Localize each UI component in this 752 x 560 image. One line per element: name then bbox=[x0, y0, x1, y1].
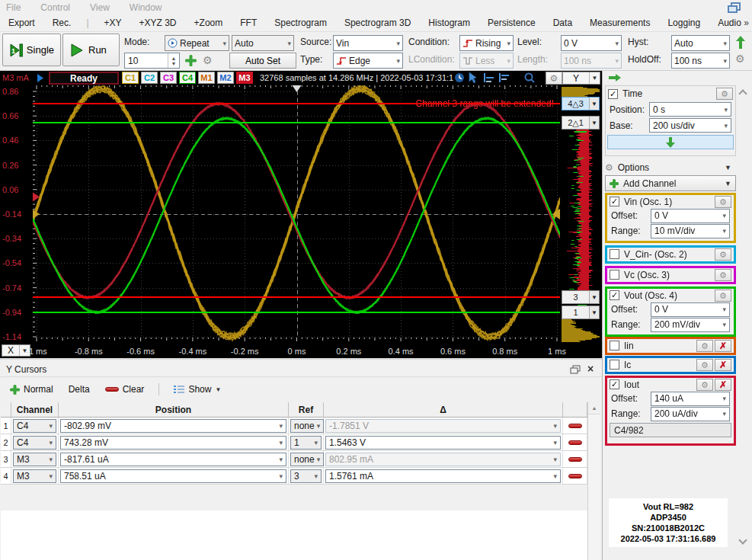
channel-range-select[interactable]: 200 uA/div▾ bbox=[651, 407, 730, 421]
tab-export[interactable]: Export bbox=[6, 16, 37, 30]
holdoff-select[interactable]: 100 ns▾ bbox=[671, 53, 730, 69]
single-button[interactable]: 1 Single bbox=[2, 34, 61, 66]
tab-audio[interactable]: Audio bbox=[715, 16, 744, 30]
close-panel-icon[interactable]: × bbox=[587, 363, 594, 375]
tab-persistence[interactable]: Persistence bbox=[485, 16, 538, 30]
channel-badge-m1[interactable]: M1 bbox=[198, 72, 215, 84]
scroll-up-icon[interactable]: ▲ bbox=[588, 402, 600, 414]
mode-select[interactable]: Repeat▾ bbox=[165, 35, 229, 51]
channel-badge-c1[interactable]: C1 bbox=[122, 72, 139, 84]
channel-checkbox[interactable] bbox=[610, 270, 619, 280]
channel-gear-button[interactable]: ⚙ bbox=[696, 379, 713, 391]
tab-spectrogram[interactable]: Spectrogram bbox=[272, 16, 329, 30]
channel-offset-select[interactable]: 0 V▾ bbox=[651, 302, 730, 317]
tab-data[interactable]: Data bbox=[551, 16, 574, 30]
cursor-position-input[interactable]: 743.28 mV▾ bbox=[60, 436, 286, 450]
channel-delete-button[interactable]: ✗ bbox=[715, 379, 731, 391]
add-channel-button[interactable]: Add Channel ▼ bbox=[605, 175, 736, 191]
channel-gear-button[interactable]: ⚙ bbox=[715, 269, 731, 281]
channel-badge-c3[interactable]: C3 bbox=[160, 72, 177, 84]
channel-badge-m3[interactable]: M3 bbox=[236, 72, 253, 84]
float-panel-icon[interactable] bbox=[570, 365, 581, 374]
channel-gear-button[interactable]: ⚙ bbox=[696, 340, 713, 352]
trigger-source-select[interactable]: Vin▾ bbox=[333, 35, 403, 51]
channel-badge-c2[interactable]: C2 bbox=[141, 72, 158, 84]
repeat-count-spinner[interactable]: 10 ▲▼ bbox=[124, 53, 180, 69]
waveform-canvas[interactable] bbox=[33, 85, 560, 344]
add-normal-cursor-button[interactable]: Normal bbox=[5, 382, 59, 397]
cursor-position-input[interactable]: 758.51 uA▾ bbox=[60, 469, 286, 483]
cursor-channel-select[interactable]: C4▾ bbox=[13, 419, 56, 433]
cursor-handle-4-3[interactable]: 4△3▼ bbox=[562, 97, 600, 110]
tab-overflow-chevron[interactable]: » bbox=[744, 18, 749, 28]
y-axis-mode-button[interactable]: Y ▼ bbox=[562, 72, 600, 85]
options-header[interactable]: ⚙ Options ▼ bbox=[605, 160, 736, 175]
cursor-ref-select[interactable]: 3▾ bbox=[290, 469, 322, 483]
cursor-position-input[interactable]: -802.99 mV▾ bbox=[60, 419, 286, 433]
channel-gear-button[interactable]: ⚙ bbox=[715, 248, 731, 261]
cursor-handle-1[interactable]: 1▼ bbox=[562, 306, 600, 319]
table-scrollbar[interactable]: ▲ bbox=[587, 402, 600, 560]
scroll-up-icon[interactable] bbox=[738, 89, 747, 98]
remove-cursor-button[interactable] bbox=[568, 440, 582, 445]
cursor-channel-select[interactable]: M3▾ bbox=[13, 453, 56, 466]
tab-measurements[interactable]: Measurements bbox=[587, 16, 652, 30]
menu-item-window[interactable]: Window bbox=[130, 2, 162, 13]
channel-offset-select[interactable]: 0 V▾ bbox=[651, 209, 730, 223]
cursor-delta-input[interactable]: 1.5463 V▾ bbox=[325, 436, 561, 450]
hyst-select[interactable]: Auto▾ bbox=[671, 35, 730, 51]
channel-offset-select[interactable]: 140 uA▾ bbox=[651, 392, 730, 406]
add-icon[interactable] bbox=[185, 55, 197, 66]
cursor-delta-input[interactable]: 1.5761 mA▾ bbox=[325, 469, 561, 483]
channel-checkbox[interactable] bbox=[610, 249, 619, 259]
restore-window-icon[interactable] bbox=[728, 2, 741, 13]
cursor-vertical-icon[interactable] bbox=[498, 72, 510, 83]
tab-rec-[interactable]: Rec. bbox=[50, 16, 74, 30]
tab--xyz-3d[interactable]: +XYZ 3D bbox=[137, 16, 179, 30]
cursor-ref-select[interactable]: none▾ bbox=[290, 419, 324, 433]
remove-cursor-button[interactable] bbox=[568, 474, 582, 478]
channel-gear-button[interactable]: ⚙ bbox=[696, 359, 713, 371]
chevron-down-icon[interactable]: ▼ bbox=[589, 291, 599, 303]
trigger-gear-icon[interactable]: ⚙ bbox=[735, 53, 745, 64]
menu-item-file[interactable]: File bbox=[6, 2, 21, 13]
clear-cursors-button[interactable]: Clear bbox=[100, 382, 150, 397]
time-gear-button[interactable]: ⚙ bbox=[716, 88, 733, 100]
zoom-time-icon[interactable] bbox=[454, 72, 465, 83]
cursor-position-input[interactable]: -817.61 uA▾ bbox=[60, 453, 286, 466]
channel-custom-function-field[interactable]: C4/982 bbox=[610, 423, 731, 437]
channel-gear-button[interactable]: ⚙ bbox=[715, 290, 731, 302]
autoset-button[interactable]: Auto Set bbox=[229, 53, 296, 69]
tab-fft[interactable]: FFT bbox=[238, 16, 259, 30]
cursor-horizontal-icon[interactable] bbox=[483, 72, 494, 83]
run-button[interactable]: Run bbox=[62, 34, 120, 66]
level-select[interactable]: 0 V▾ bbox=[561, 35, 622, 51]
chevron-down-icon[interactable]: ▼ bbox=[589, 117, 599, 129]
cursor-handle-3[interactable]: 3▼ bbox=[562, 290, 600, 304]
chevron-down-icon[interactable]: ▼ bbox=[589, 98, 599, 110]
channel-checkbox[interactable] bbox=[610, 360, 619, 370]
tab--xy[interactable]: +XY bbox=[102, 16, 124, 30]
channel-range-select[interactable]: 10 mV/div▾ bbox=[651, 224, 730, 238]
menu-item-view[interactable]: View bbox=[90, 2, 110, 13]
channel-badge-c4[interactable]: C4 bbox=[179, 72, 196, 84]
chevron-down-icon[interactable]: ▼ bbox=[589, 306, 599, 318]
time-checkbox[interactable]: ✓ bbox=[608, 89, 618, 99]
mode-gear-icon[interactable]: ⚙ bbox=[203, 55, 213, 66]
cursor-handle-2-1[interactable]: 2△1▼ bbox=[562, 116, 600, 130]
menu-item-control[interactable]: Control bbox=[40, 2, 70, 13]
cursor-ref-select[interactable]: none▾ bbox=[290, 453, 324, 466]
plot-gear-button[interactable]: ⚙ bbox=[546, 72, 562, 85]
condition-select[interactable]: Rising▾ bbox=[459, 35, 514, 51]
channel-checkbox[interactable] bbox=[610, 341, 619, 350]
tab-histogram[interactable]: Histogram bbox=[426, 16, 472, 30]
expand-right-icon[interactable] bbox=[609, 73, 621, 82]
scroll-down-icon[interactable] bbox=[738, 536, 747, 544]
trigger-type-select[interactable]: Edge▾ bbox=[333, 53, 403, 69]
tab--zoom[interactable]: +Zoom bbox=[192, 16, 226, 30]
add-delta-cursor-button[interactable]: Delta bbox=[63, 382, 95, 397]
time-base-select[interactable]: 200 us/div▾ bbox=[649, 118, 731, 133]
acquire-mode-select[interactable]: Auto▾ bbox=[232, 35, 294, 51]
channel-badge-m2[interactable]: M2 bbox=[217, 72, 234, 84]
remove-cursor-button[interactable] bbox=[568, 424, 582, 428]
